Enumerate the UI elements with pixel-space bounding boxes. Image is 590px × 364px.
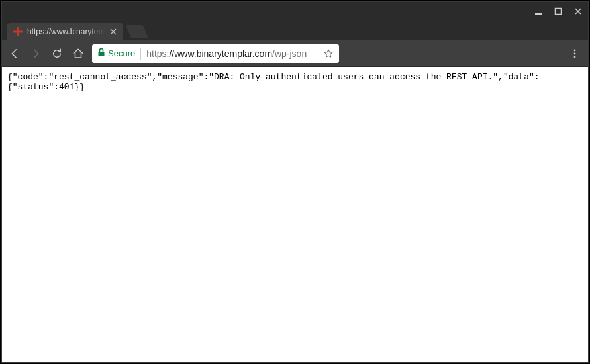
new-tab-button[interactable] <box>126 25 148 38</box>
url-path: /wp-json <box>272 48 307 59</box>
tab-strip: https://www.binarytempl <box>2 21 588 40</box>
window-maximize-button[interactable] <box>548 2 568 21</box>
svg-point-9 <box>574 49 576 51</box>
titlebar-drag-area[interactable] <box>2 2 528 21</box>
chrome-menu-button[interactable] <box>567 46 583 62</box>
browser-tab[interactable]: https://www.binarytempl <box>7 23 123 40</box>
address-bar[interactable]: Secure https://www.binarytemplar.com/wp-… <box>92 44 339 63</box>
svg-rect-0 <box>535 13 542 15</box>
window-close-button[interactable] <box>568 2 588 21</box>
url-scheme: https <box>146 48 166 59</box>
lock-icon <box>97 48 105 59</box>
favicon-cross-icon <box>13 26 23 37</box>
omnibox-divider <box>140 48 141 60</box>
tab-close-button[interactable] <box>109 27 118 36</box>
svg-point-11 <box>574 56 576 58</box>
browser-window: https://www.binarytempl Secure <box>1 1 589 363</box>
back-button[interactable] <box>7 46 22 61</box>
security-indicator[interactable]: Secure <box>97 48 140 59</box>
svg-rect-5 <box>13 31 23 33</box>
url-text[interactable]: https://www.binarytemplar.com/wp-json <box>146 48 321 59</box>
tab-title: https://www.binarytempl <box>27 27 106 36</box>
window-titlebar[interactable] <box>2 2 588 21</box>
browser-toolbar: Secure https://www.binarytemplar.com/wp-… <box>2 40 588 67</box>
secure-label: Secure <box>108 48 135 58</box>
svg-rect-8 <box>99 52 105 56</box>
bookmark-star-button[interactable] <box>322 47 335 60</box>
toolbar-right <box>346 46 583 62</box>
window-minimize-button[interactable] <box>528 2 548 21</box>
reload-button[interactable] <box>50 46 64 61</box>
page-viewport[interactable]: {"code":"rest_cannot_access","message":"… <box>2 67 588 362</box>
response-body[interactable]: {"code":"rest_cannot_access","message":"… <box>7 72 583 92</box>
svg-rect-1 <box>556 9 562 15</box>
forward-button <box>28 46 43 61</box>
home-button[interactable] <box>71 46 85 61</box>
url-host: ://www.binarytemplar.com <box>167 48 273 59</box>
svg-point-10 <box>574 52 576 54</box>
